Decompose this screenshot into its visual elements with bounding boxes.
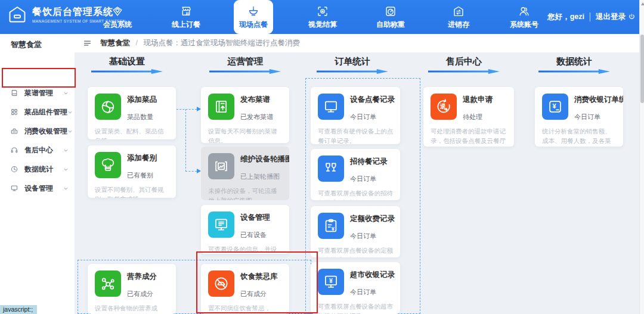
collapse-menu-icon[interactable] xyxy=(83,39,92,48)
card-refund-request[interactable]: 退 退款申请 待处理 可处理消费者的退款申请记录，包括设备点餐及云餐厅H5上的订… xyxy=(423,87,514,147)
card-title: 维护设备轮播图 xyxy=(240,154,289,164)
sidebar-item-label: 数据统计 xyxy=(24,164,63,175)
menu-book-icon xyxy=(10,89,18,97)
monitor-yen-icon: ¥ xyxy=(318,269,344,295)
breadcrumb-bar: 智慧食堂 / 现场点餐：通过食堂现场智能终端进行点餐消费 xyxy=(75,34,644,52)
svg-text:退: 退 xyxy=(440,103,446,110)
chevron-down-icon xyxy=(63,91,69,96)
card-device-management[interactable]: 设备管理 已有设备 可查看设备的信息，并设置设备名称，方便识别。 xyxy=(201,205,289,254)
card-title: 招待餐记录 xyxy=(350,157,388,167)
clock-stats-icon xyxy=(10,165,18,173)
page-scrollbar xyxy=(639,0,644,314)
sidebar: 智慧食堂 菜谱管理 菜品组件管理 消费收银管理 售后中心 数据统计 xyxy=(0,34,75,314)
nav-item-inventory[interactable]: 进销存 xyxy=(435,0,482,34)
card-title: 发布菜谱 xyxy=(240,95,273,105)
sidebar-item-label: 菜品组件管理 xyxy=(24,107,67,117)
nav-item-online-order[interactable]: 线上订餐 xyxy=(162,0,210,34)
user-box: 您好，gezi 退出登录 xyxy=(547,0,636,34)
card-title: 退款申请 xyxy=(463,95,493,105)
sidebar-item-device-management[interactable]: 设备管理 xyxy=(0,179,75,197)
card-subtitle: 待处理 xyxy=(463,113,493,122)
card-title: 饮食禁忌库 xyxy=(240,272,278,282)
card-description: 统计分析食堂的销售额、成本、用餐人数，及各菜品销量、餐别等... xyxy=(542,126,616,147)
sidebar-item-label: 消费收银管理 xyxy=(24,126,67,136)
chevron-down-icon xyxy=(63,167,69,172)
card-description: 设置每天不同餐别的菜谱信息。 xyxy=(208,126,282,143)
yen-square-icon: ¥ xyxy=(542,94,568,120)
nav-label: 进销存 xyxy=(448,20,469,30)
scrollbar-up-icon xyxy=(641,2,644,5)
card-description: 可查看双屏点餐设备的超市收银的订单记录。 xyxy=(318,301,393,314)
chef-hat-icon xyxy=(95,152,121,178)
svg-text:¥: ¥ xyxy=(553,102,557,110)
breadcrumb-current: 现场点餐：通过食堂现场智能终端进行点餐消费 xyxy=(143,39,300,47)
nav-label: 自助称重 xyxy=(376,20,405,30)
carousel-icon xyxy=(208,153,234,179)
top-header: 餐饮后台管理系统 MANAGEMENT SYSTEM OF SMART CANT… xyxy=(0,0,644,34)
chevron-down-icon xyxy=(67,110,73,115)
card-add-dish[interactable]: 添加菜品 菜品数量 设置菜类、配料、菜品信息等。 xyxy=(88,87,176,139)
connector-line xyxy=(185,171,197,172)
forbidden-food-icon xyxy=(208,271,234,297)
scan-checkout-icon xyxy=(316,5,329,18)
card-device-order-record[interactable]: 设备点餐记录 今日订单 可查看所有硬件设备上的点餐订单记录。 xyxy=(311,87,400,144)
column-title-operations: 运营管理 xyxy=(209,56,281,67)
dine-bowl-icon xyxy=(247,5,260,18)
sidebar-item-cashier-management[interactable]: 消费收银管理 xyxy=(0,122,75,140)
nav-item-member-system[interactable]: 会员系统 xyxy=(94,0,141,34)
refund-icon: 退 xyxy=(431,94,457,120)
logout-label: 退出登录 xyxy=(596,12,626,22)
breadcrumb-root[interactable]: 智慧食堂 xyxy=(100,39,130,47)
card-title: 定额收费记录 xyxy=(350,214,395,224)
svg-text:¥: ¥ xyxy=(332,226,335,232)
card-nutrition[interactable]: 营养成分 已有成分 设置各种食物的营养成分，【菜品管理】里可添加对应的食物及分.… xyxy=(88,264,176,314)
column-title-after-sales: 售后中心 xyxy=(428,56,500,67)
nav-item-onsite-order[interactable]: 现场点餐 xyxy=(234,0,273,34)
sidebar-item-after-sales-center[interactable]: 售后中心 xyxy=(0,141,75,159)
card-subtitle: 已发布菜谱 xyxy=(240,113,273,122)
card-description: 可处理消费者的退款申请记录，包括设备点餐及云餐厅H5上的订单... xyxy=(431,126,507,147)
card-subtitle: 今日订单 xyxy=(350,175,388,184)
card-fixed-fee-record[interactable]: ¥ 定额收费记录 今日订单 可查看双屏点餐设备的定额收费模式的订单记录。 xyxy=(311,206,400,257)
scrollbar-thumb[interactable] xyxy=(640,35,644,103)
card-supermarket-cashier-record[interactable]: ¥ 超市收银记录 今日订单 可查看双屏点餐设备的超市收银的订单记录。 xyxy=(311,262,400,314)
card-add-meal-type[interactable]: 添加餐别 已有餐别 设置不同餐别、其订餐规则、取餐方式等。 xyxy=(88,145,176,198)
sidebar-title: 智慧食堂 xyxy=(11,39,42,50)
nav-label: 视觉结算 xyxy=(308,20,337,30)
card-title: 添加菜品 xyxy=(127,95,157,105)
goblets-icon xyxy=(318,156,344,182)
sidebar-item-data-statistics[interactable]: 数据统计 xyxy=(0,160,75,178)
card-cashier-order-statistics[interactable]: ¥ 消费收银订单统计 今日订单 统计分析食堂的销售额、成本、用餐人数，及各菜品销… xyxy=(535,87,623,147)
divider xyxy=(590,13,590,21)
card-title: 设备点餐记录 xyxy=(350,95,395,105)
logout-button[interactable]: 退出登录 xyxy=(596,12,636,22)
nav-label: 线上订餐 xyxy=(172,20,200,30)
card-title: 消费收银订单统计 xyxy=(574,95,623,105)
nav-item-self-weighing[interactable]: 自助称重 xyxy=(367,0,414,34)
card-description: 未操作的设备，可轮流播放上架的广告图。 xyxy=(208,186,282,200)
card-title: 添加餐别 xyxy=(127,153,157,163)
card-subtitle: 今日订单 xyxy=(350,288,395,297)
nav-item-visual-checkout[interactable]: 视觉结算 xyxy=(299,0,346,34)
card-subtitle: 已上架轮播图 xyxy=(240,172,289,181)
link-status-tooltip: javascript:; xyxy=(0,305,37,314)
accounts-icon xyxy=(518,5,531,18)
card-device-carousel[interactable]: 维护设备轮播图 已上架轮播图 未操作的设备，可轮流播放上架的广告图。 xyxy=(201,147,289,200)
card-description: 设置各种食物的营养成分，【菜品管理】里可添加对应的食物及分... xyxy=(95,303,169,314)
card-title: 营养成分 xyxy=(127,272,157,282)
chevron-down-icon xyxy=(63,186,69,191)
sidebar-item-dish-component-management[interactable]: 菜品组件管理 xyxy=(0,103,75,121)
nav-label: 现场点餐 xyxy=(239,20,268,30)
cashier-icon xyxy=(10,127,18,135)
card-reception-meal-record[interactable]: 招待餐记录 今日订单 可查看双屏点餐设备的招待餐模式的订单记录。 xyxy=(311,149,400,200)
power-icon xyxy=(628,13,636,21)
card-diet-taboo-library[interactable]: 饮食禁忌库 已有成分 置不同病症饮食禁忌，【菜品管理】里可添加对应的。 xyxy=(201,264,289,314)
card-description: 可查看双屏点餐设备的招待餐模式的订单记录。 xyxy=(318,188,393,200)
card-description: 可查看所有硬件设备上的点餐订单记录。 xyxy=(318,126,393,144)
connector-arrow-icon xyxy=(197,107,201,111)
nav-item-system-account[interactable]: 系统账号 xyxy=(500,0,548,34)
card-publish-menu[interactable]: 发布菜谱 已发布菜谱 设置每天不同餐别的菜谱信息。 xyxy=(201,87,289,143)
components-icon xyxy=(10,108,18,116)
headset-icon xyxy=(10,146,18,154)
sidebar-item-menu-management[interactable]: 菜谱管理 xyxy=(0,84,75,102)
